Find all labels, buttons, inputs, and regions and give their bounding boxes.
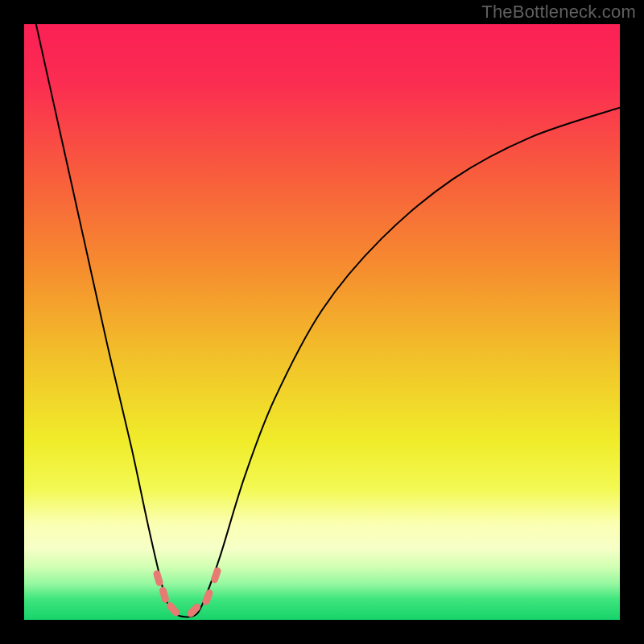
threshold-marker	[163, 591, 165, 600]
chart-stage: TheBottleneck.com	[0, 0, 644, 644]
threshold-markers	[157, 571, 217, 613]
curve-layer	[24, 24, 620, 620]
threshold-marker	[170, 606, 175, 613]
threshold-marker	[157, 574, 159, 583]
plot-area	[24, 24, 620, 620]
threshold-marker	[215, 571, 217, 579]
watermark-text: TheBottleneck.com	[481, 2, 636, 23]
bottleneck-curve	[36, 24, 620, 617]
threshold-marker	[206, 593, 209, 601]
threshold-marker	[191, 607, 197, 613]
